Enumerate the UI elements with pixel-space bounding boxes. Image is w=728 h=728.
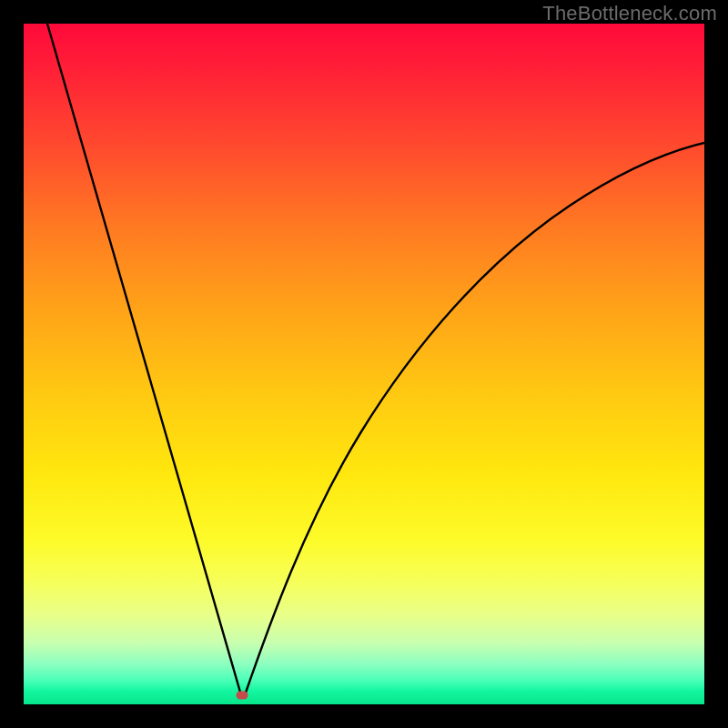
optimal-marker xyxy=(237,692,248,700)
curve-path xyxy=(47,24,704,697)
bottleneck-curve xyxy=(24,24,704,704)
plot-area xyxy=(24,24,704,704)
chart-frame: TheBottleneck.com xyxy=(0,0,728,728)
watermark-text: TheBottleneck.com xyxy=(542,2,717,25)
